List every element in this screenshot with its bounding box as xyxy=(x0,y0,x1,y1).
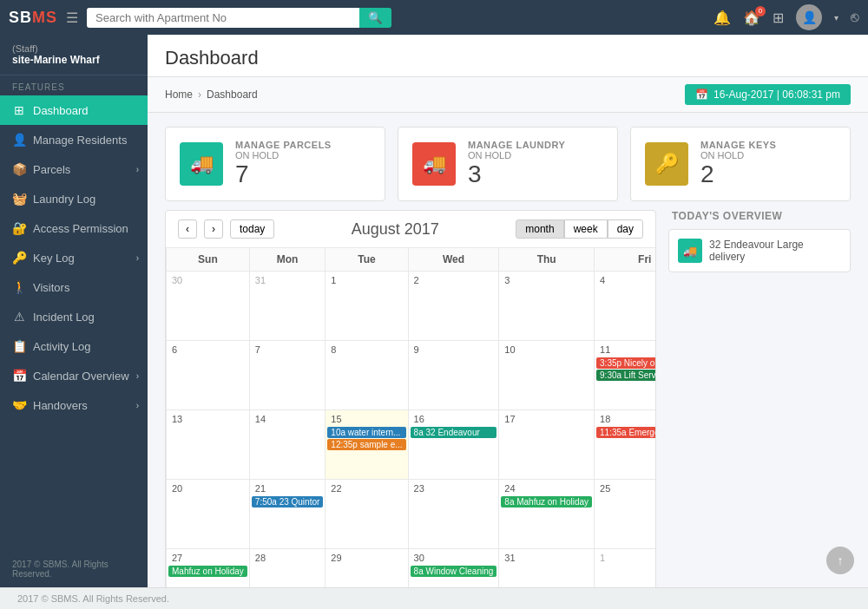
cal-cell[interactable]: 1 xyxy=(326,272,408,341)
cal-today-button[interactable]: today xyxy=(230,219,274,239)
search-bar: 🔍 xyxy=(87,8,391,28)
search-button[interactable]: 🔍 xyxy=(359,8,391,28)
avatar[interactable]: 👤 xyxy=(796,4,822,30)
calendar-event[interactable]: 7:50a 23 Quintor xyxy=(252,496,324,508)
overview-panel: TODAY'S OVERVIEW 🚚 32 Endeavour Large de… xyxy=(668,210,851,587)
calendar-event[interactable]: 8a 32 Endeavour xyxy=(411,427,497,438)
sidebar-item-handovers[interactable]: 🤝 Handovers › xyxy=(0,390,148,420)
cal-cell[interactable]: 2 xyxy=(408,272,499,341)
scroll-top-button[interactable]: ↑ xyxy=(826,547,854,574)
sidebar-item-key-log[interactable]: 🔑 Key Log › xyxy=(0,243,148,272)
sidebar-item-laundry-log[interactable]: 🧺 Laundry Log xyxy=(0,184,148,213)
user-site: site-Marine Wharf xyxy=(12,54,135,66)
cal-next-button[interactable]: › xyxy=(204,219,223,239)
sidebar-item-manage-residents[interactable]: 👤 Manage Residents xyxy=(0,125,148,154)
notification-icon[interactable]: 🔔 xyxy=(713,10,731,26)
cal-cell[interactable]: 31 xyxy=(249,272,326,341)
cal-prev-button[interactable]: ‹ xyxy=(178,219,197,239)
cal-cell[interactable]: 113:35p Nicely on holiday9:30a Lift Serv… xyxy=(595,341,656,410)
cal-cell[interactable]: 1811:35a Emergen... xyxy=(595,410,656,480)
cal-cell[interactable]: 6 xyxy=(167,341,250,410)
view-week-button[interactable]: week xyxy=(564,219,608,239)
sidebar-item-incident-log[interactable]: ⚠ Incident Log xyxy=(0,302,148,331)
calendar-event[interactable]: 8a Mahfuz on Holiday xyxy=(501,496,592,508)
key-caret-icon: › xyxy=(136,253,139,263)
cal-cell[interactable]: 1 xyxy=(595,549,656,588)
cal-cell[interactable]: 1510a water intern...12:35p sample e... xyxy=(326,410,408,480)
card-number-parcels: 7 xyxy=(235,160,332,188)
cal-cell[interactable]: 10 xyxy=(499,341,595,410)
breadcrumb-current: Dashboard xyxy=(207,88,258,101)
cal-cell[interactable]: 29 xyxy=(326,549,408,588)
cal-cell[interactable]: 9 xyxy=(408,341,499,410)
calendar-event[interactable]: 3:35p Nicely on holiday xyxy=(596,357,656,369)
laundry-icon: 🧺 xyxy=(12,192,26,206)
page-title: Dashboard xyxy=(165,47,851,69)
calendar-event[interactable]: 11:35a Emergen... xyxy=(596,427,656,438)
sidebar-item-label: Handovers xyxy=(33,399,88,412)
cal-cell[interactable]: 8 xyxy=(326,341,408,410)
overview-item: 🚚 32 Endeavour Large delivery xyxy=(668,229,851,272)
sidebar-item-activity-log[interactable]: 📋 Activity Log xyxy=(0,331,148,361)
card-laundry[interactable]: 🚚 MANAGE LAUNDRY ON HOLD 3 xyxy=(398,127,618,201)
user-info: (Staff) site-Marine Wharf xyxy=(0,35,148,75)
calendar-event[interactable]: Mahfuz on Holiday xyxy=(168,566,247,577)
breadcrumb: Home › Dashboard xyxy=(165,88,258,101)
parcels-icon: 📦 xyxy=(12,162,26,176)
calendar-nav: ‹ › today August 2017 month week day xyxy=(166,211,655,247)
breadcrumb-home[interactable]: Home xyxy=(165,88,193,101)
cal-cell[interactable]: 22 xyxy=(326,480,408,549)
cal-cell[interactable]: 308a Window Cleaning xyxy=(408,549,499,588)
activity-icon: 📋 xyxy=(12,339,26,353)
sidebar-item-parcels[interactable]: 📦 Parcels › xyxy=(0,154,148,184)
cal-cell[interactable]: 25 xyxy=(595,480,656,549)
cal-cell[interactable]: 168a 32 Endeavour xyxy=(408,410,499,480)
sidebar-item-visitors[interactable]: 🚶 Visitors xyxy=(0,272,148,302)
content-header: Dashboard xyxy=(148,35,868,77)
cal-cell[interactable]: 30 xyxy=(167,272,250,341)
view-day-button[interactable]: day xyxy=(608,219,643,239)
card-parcels[interactable]: 🚚 MANAGE PARCELS ON HOLD 7 xyxy=(165,127,385,201)
calendar-event[interactable]: 12:35p sample e... xyxy=(327,439,405,450)
view-month-button[interactable]: month xyxy=(516,219,563,239)
calendar-event[interactable]: 8a Window Cleaning xyxy=(411,566,497,577)
breadcrumb-sep: › xyxy=(198,88,201,101)
sidebar-item-access-permission[interactable]: 🔐 Access Permission xyxy=(0,213,148,243)
cal-cell[interactable]: 20 xyxy=(167,480,250,549)
cal-cell[interactable]: 23 xyxy=(408,480,499,549)
sidebar-item-label: Dashboard xyxy=(33,104,89,117)
logout-icon[interactable]: ⎋ xyxy=(851,10,859,25)
hamburger-icon[interactable]: ☰ xyxy=(66,10,78,26)
residents-icon: 👤 xyxy=(12,133,26,147)
card-sub-parcels: ON HOLD xyxy=(235,150,332,160)
footer: 2017 © SBMS. All Rights Reserved. xyxy=(0,587,868,609)
home-icon[interactable]: 🏠0 xyxy=(743,10,760,26)
cal-cell[interactable]: 13 xyxy=(167,410,250,480)
calendar-icon-small: 📅 xyxy=(695,88,708,101)
cal-cell[interactable]: 217:50a 23 Quintor xyxy=(249,480,326,549)
topbar-icons: 🔔 🏠0 ⊞ 👤 ▾ ⎋ xyxy=(713,4,859,30)
cal-cell[interactable]: 27Mahfuz on Holiday xyxy=(167,549,250,588)
cal-cell[interactable]: 28 xyxy=(249,549,326,588)
avatar-caret-icon[interactable]: ▾ xyxy=(834,13,838,23)
card-number-laundry: 3 xyxy=(468,160,565,188)
cal-cell[interactable]: 31 xyxy=(499,549,595,588)
col-fri: Fri xyxy=(595,248,656,272)
grid-icon[interactable]: ⊞ xyxy=(773,10,784,26)
date-badge: 📅 16-Aug-2017 | 06:08:31 pm xyxy=(685,84,851,105)
cal-cell[interactable]: 7 xyxy=(249,341,326,410)
card-keys[interactable]: 🔑 MANAGE KEYS ON HOLD 2 xyxy=(630,127,851,201)
card-title-parcels: MANAGE PARCELS xyxy=(235,140,332,150)
calendar-event[interactable]: 10a water intern... xyxy=(327,427,405,438)
incident-icon: ⚠ xyxy=(12,310,26,324)
search-input[interactable] xyxy=(87,8,359,28)
sidebar-item-calendar-overview[interactable]: 📅 Calendar Overview › xyxy=(0,361,148,390)
cal-cell[interactable]: 3 xyxy=(499,272,595,341)
overview-item-text: 32 Endeavour Large delivery xyxy=(709,239,841,263)
cal-cell[interactable]: 4 xyxy=(595,272,656,341)
cal-cell[interactable]: 14 xyxy=(249,410,326,480)
cal-cell[interactable]: 248a Mahfuz on Holiday xyxy=(499,480,595,549)
sidebar-item-dashboard[interactable]: ⊞ Dashboard xyxy=(0,95,148,125)
calendar-event[interactable]: 9:30a Lift Servicir xyxy=(596,370,656,381)
cal-cell[interactable]: 17 xyxy=(499,410,595,480)
